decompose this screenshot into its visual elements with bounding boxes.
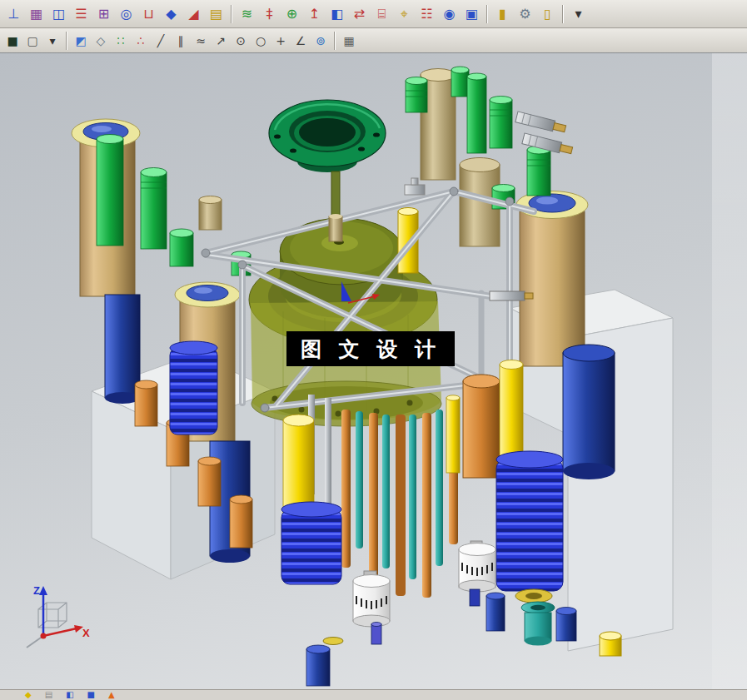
triad-z-label: Z <box>33 584 40 597</box>
move-hand-icon: ◆ <box>166 7 176 21</box>
alert-flame-button[interactable]: ▲ <box>108 691 115 699</box>
toolbar-separator <box>231 5 232 23</box>
cavity-insert-button[interactable]: ◫ <box>47 3 70 25</box>
swatch-button[interactable]: ■ <box>2 32 22 50</box>
hose-fitting-1[interactable] <box>515 112 566 134</box>
mold-frame-button[interactable]: ▦ <box>25 3 47 25</box>
measure-bar-icon: ▮ <box>499 7 506 21</box>
ejector-pin-icon: ↥ <box>309 7 320 21</box>
toolbar-overflow-button[interactable]: ▾ <box>567 3 590 25</box>
settings-gear-icon: ⚙ <box>519 7 530 21</box>
viewport-3d[interactable]: Z X 图 文 设 计 <box>0 53 747 689</box>
limit-switch-1[interactable] <box>353 571 390 627</box>
ring-pair-button[interactable]: ◉ <box>438 3 461 25</box>
trim-tool-icon: ◢ <box>188 7 198 21</box>
rack-plate-icon: ☷ <box>421 7 432 21</box>
dowel-pin-button[interactable]: ⊕ <box>281 3 303 25</box>
press-clamp-button[interactable]: ⊥ <box>2 3 25 25</box>
screw-tool-icon: ‡ <box>266 7 273 21</box>
gauge-strip-icon: ▤ <box>210 7 222 21</box>
circle-center-button[interactable]: ⊙ <box>231 32 251 50</box>
snap-point-button[interactable]: ∷ <box>111 32 131 50</box>
line-angle-icon: ∠ <box>296 35 306 47</box>
measure-bar-button[interactable]: ▮ <box>491 3 514 25</box>
orbit-view-button[interactable]: ⊚ <box>311 32 331 50</box>
trim-tool-button[interactable]: ◢ <box>182 3 205 25</box>
spring-tool-icon: ≋ <box>242 7 252 21</box>
app-square-button[interactable]: ■ <box>87 691 95 699</box>
circle-tool-icon: ○ <box>256 35 266 47</box>
shaded-cube-button[interactable]: ◩ <box>71 32 91 50</box>
target-point-button[interactable]: ⌖ <box>393 3 416 25</box>
mold-assembly-canvas[interactable]: Z X <box>0 53 747 689</box>
half-view-button[interactable]: ◧ <box>326 3 348 25</box>
circle-tool-button[interactable]: ○ <box>251 32 271 50</box>
curve-tool-button[interactable]: ≈ <box>191 32 211 50</box>
app-blue-icon: ◧ <box>66 690 73 699</box>
spring-tool-button[interactable]: ≋ <box>236 3 258 25</box>
shaded-cube-icon: ◩ <box>75 35 86 47</box>
color-points-button[interactable]: ∴ <box>131 32 151 50</box>
locating-ring-button[interactable]: ◎ <box>115 3 137 25</box>
screw-tool-button[interactable]: ‡ <box>258 3 281 25</box>
grid-display-button[interactable]: ▦ <box>339 32 359 50</box>
curve-toolbar: ■▢▾◩◇∷∴╱∥≈↗⊙○+∠⊚▦ <box>0 28 747 53</box>
select-rect-button[interactable]: ▢ <box>22 32 42 50</box>
washer-gold-small[interactable] <box>323 638 343 645</box>
watermark: 图 文 设 计 <box>286 331 455 366</box>
arrow-tool-button[interactable]: ↗ <box>211 32 231 50</box>
select-dropdown-button[interactable]: ▾ <box>42 32 62 50</box>
app-blue-button[interactable]: ◧ <box>66 691 73 699</box>
cross-tool-icon: + <box>276 35 286 47</box>
gauge-strip-button[interactable]: ▤ <box>205 3 227 25</box>
cross-tool-button[interactable]: + <box>271 32 291 50</box>
bom-table-button[interactable]: ⌸ <box>371 3 393 25</box>
select-rect-icon: ▢ <box>27 35 37 47</box>
toolbar-separator <box>334 32 336 50</box>
rack-plate-button[interactable]: ☷ <box>416 3 438 25</box>
line-tool-button[interactable]: ╱ <box>151 32 171 50</box>
alert-flame-icon: ▲ <box>108 690 115 699</box>
insert-swap-button[interactable]: ⇄ <box>348 3 371 25</box>
parallel-lines-button[interactable]: ∥ <box>171 32 191 50</box>
swatch-icon: ■ <box>7 35 17 47</box>
document-button[interactable]: ▤ <box>45 691 52 699</box>
frame-window-button[interactable]: ▣ <box>461 3 483 25</box>
taskbar: ◆▤◧■▲ <box>0 689 747 700</box>
orbit-view-icon: ⊚ <box>316 35 326 47</box>
security-key-icon: ◆ <box>25 690 32 699</box>
insert-swap-icon: ⇄ <box>354 7 365 21</box>
wireframe-cube-button[interactable]: ◇ <box>91 32 111 50</box>
dowel-pin-icon: ⊕ <box>286 7 297 21</box>
circle-center-icon: ⊙ <box>236 35 246 47</box>
post-yellow-small[interactable] <box>600 632 621 656</box>
grid-display-icon: ▦ <box>343 35 354 47</box>
bushing-teal[interactable] <box>515 589 555 646</box>
sheet-doc-icon: ▯ <box>544 7 551 21</box>
toolbar-separator <box>66 32 67 50</box>
u-slot-button[interactable]: ⊔ <box>137 3 160 25</box>
plate-stack-button[interactable]: ☰ <box>70 3 92 25</box>
line-angle-button[interactable]: ∠ <box>291 32 311 50</box>
triad-x-label: X <box>82 627 90 639</box>
shoulder-bolt-tan[interactable] <box>199 196 222 231</box>
line-tool-icon: ╱ <box>157 35 164 47</box>
bom-table-icon: ⌸ <box>378 7 386 21</box>
security-key-button[interactable]: ◆ <box>25 691 32 699</box>
support-cylinder-orange[interactable] <box>463 375 500 478</box>
sheet-doc-button[interactable]: ▯ <box>536 3 559 25</box>
limit-switch-2[interactable] <box>459 541 496 592</box>
toolbar-separator <box>562 5 564 23</box>
color-points-icon: ∴ <box>137 35 145 47</box>
settings-gear-button[interactable]: ⚙ <box>514 3 536 25</box>
cavity-insert-icon: ◫ <box>52 7 65 21</box>
ejector-pin-button[interactable]: ↥ <box>303 3 326 25</box>
arrow-tool-icon: ↗ <box>216 35 226 47</box>
frame-window-icon: ▣ <box>466 7 478 21</box>
select-dropdown-icon: ▾ <box>49 35 55 47</box>
main-toolbar: ⊥▦◫☰⊞◎⊔◆◢▤≋‡⊕↥◧⇄⌸⌖☷◉▣▮⚙▯▾ <box>0 0 747 28</box>
locating-ring-icon: ◎ <box>121 7 132 21</box>
pocket-grid-button[interactable]: ⊞ <box>92 3 115 25</box>
curve-tool-icon: ≈ <box>196 35 206 47</box>
move-hand-button[interactable]: ◆ <box>160 3 182 25</box>
